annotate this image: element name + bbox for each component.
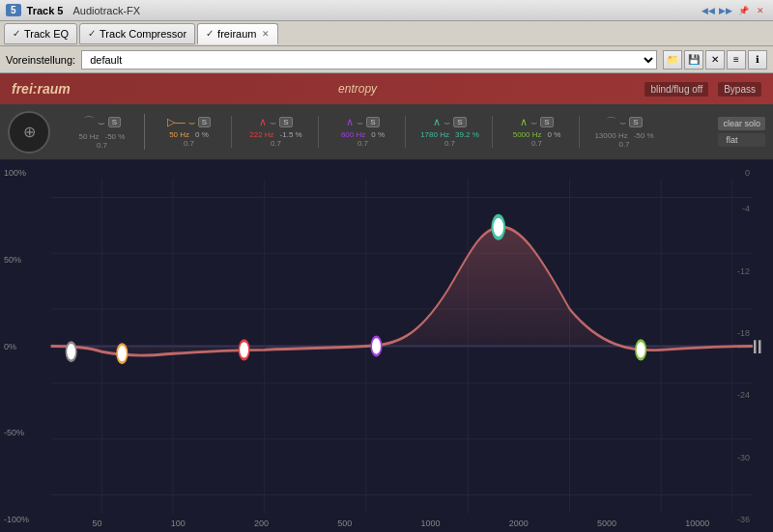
- tab-freiraum[interactable]: ✓ freiraum ✕: [197, 23, 278, 44]
- plugin-product: entropy: [338, 82, 377, 96]
- band-4-s-btn[interactable]: S: [366, 117, 379, 127]
- band-5: ∧ ⌣ S 1780 Hz 39.2 % 0.7: [408, 116, 493, 148]
- preset-folder-icon[interactable]: 📁: [663, 50, 682, 70]
- nav-left-icon[interactable]: ◀◀: [701, 4, 715, 17]
- preset-menu-icon[interactable]: ≡: [727, 50, 746, 70]
- pin-icon[interactable]: 📌: [736, 4, 750, 17]
- eq-x-labels: 50 100 200 500 1000 2000 5000 10000: [58, 518, 744, 528]
- band-2: ▷— ⌣ S 50 Hz 0 % 0.7: [147, 116, 232, 148]
- eq-svg: [0, 160, 773, 532]
- band-6-s-btn[interactable]: S: [540, 117, 553, 127]
- tab-close-icon[interactable]: ✕: [262, 29, 270, 39]
- eq-y-labels: 100% 50% 0% -50% -100%: [4, 160, 29, 532]
- bypass-btn[interactable]: Bypass: [718, 82, 761, 97]
- plugin-container: frei:raum entropy blind/flug off Bypass …: [0, 73, 773, 532]
- svg-point-20: [636, 341, 646, 359]
- close-icon[interactable]: ✕: [754, 4, 767, 17]
- band-strip-buttons: clear solo flat: [718, 117, 765, 147]
- preset-label: Voreinstellung:: [6, 54, 75, 66]
- tab-track-compressor[interactable]: ✓ Track Compressor: [79, 23, 195, 44]
- svg-point-15: [66, 343, 76, 361]
- band-7: ⌒ ⌣ S 13000 Hz -50 % 0.7: [582, 115, 667, 149]
- tab-track-eq[interactable]: ✓ Track EQ: [4, 23, 77, 44]
- svg-point-18: [371, 337, 382, 355]
- preset-delete-icon[interactable]: ✕: [705, 50, 725, 70]
- band-left-controls: ⊕: [8, 111, 50, 154]
- plugin-header: frei:raum entropy blind/flug off Bypass: [0, 73, 773, 104]
- pause-btn[interactable]: ⏸: [748, 335, 767, 357]
- tab-label-comp: Track Compressor: [100, 28, 186, 40]
- nav-right-icon[interactable]: ▶▶: [719, 4, 732, 17]
- band-3: ∧ ⌣ S 222 Hz -1.5 % 0.7: [234, 116, 319, 148]
- preset-save-icon[interactable]: 💾: [684, 50, 703, 70]
- band-7-s-btn[interactable]: S: [629, 117, 642, 127]
- tab-label-eq: Track EQ: [24, 28, 69, 40]
- plugin-name: frei:raum: [12, 81, 71, 97]
- clear-solo-btn[interactable]: clear solo: [718, 117, 765, 130]
- band-strip: ⊕ ⌒ ⌣ S 50 Hz -50 % 0.7 ▷— ⌣ S 50: [0, 104, 773, 160]
- plugin-header-right: blind/flug off Bypass: [644, 82, 761, 97]
- svg-point-16: [117, 345, 128, 363]
- svg-point-17: [239, 341, 249, 359]
- tab-label-freiraum: freiraum: [217, 28, 256, 40]
- blind-flug-btn[interactable]: blind/flug off: [644, 82, 708, 97]
- track-badge: 5: [6, 4, 21, 16]
- band-1: ⌒ ⌣ S 50 Hz -50 % 0.7: [60, 114, 145, 150]
- preset-info-icon[interactable]: ℹ: [748, 50, 767, 70]
- band-6: ∧ ⌣ S 5000 Hz 0 % 0.7: [495, 116, 580, 148]
- window-title: Track 5: [27, 5, 64, 16]
- band-1-s-btn[interactable]: S: [108, 117, 121, 127]
- svg-point-19: [492, 216, 504, 238]
- tab-check-eq: ✓: [13, 28, 20, 39]
- band-5-s-btn[interactable]: S: [453, 117, 466, 127]
- preset-icons: 📁 💾 ✕ ≡ ℹ: [663, 50, 767, 70]
- band-4: ∧ ⌣ S 600 Hz 0 % 0.7: [321, 116, 406, 148]
- band-2-s-btn[interactable]: S: [198, 117, 211, 127]
- title-bar: 5 Track 5 Audiotrack-FX ◀◀ ▶▶ 📌 ✕: [0, 0, 773, 21]
- band-3-s-btn[interactable]: S: [279, 117, 292, 127]
- flat-btn[interactable]: flat: [718, 133, 765, 147]
- tab-check-freiraum: ✓: [206, 28, 214, 39]
- eq-toggle-icon[interactable]: ⊕: [8, 111, 50, 154]
- tab-check-comp: ✓: [88, 28, 96, 39]
- eq-graph[interactable]: 100% 50% 0% -50% -100% 50 100 200 500 10…: [0, 160, 773, 532]
- title-bar-buttons: ◀◀ ▶▶ 📌 ✕: [701, 4, 767, 17]
- preset-bar: Voreinstellung: default 📁 💾 ✕ ≡ ℹ: [0, 46, 773, 73]
- tab-bar: ✓ Track EQ ✓ Track Compressor ✓ freiraum…: [0, 21, 773, 46]
- window-app-name: Audiotrack-FX: [72, 5, 140, 16]
- title-bar-left: 5 Track 5 Audiotrack-FX: [6, 4, 140, 16]
- preset-select[interactable]: default: [81, 50, 657, 70]
